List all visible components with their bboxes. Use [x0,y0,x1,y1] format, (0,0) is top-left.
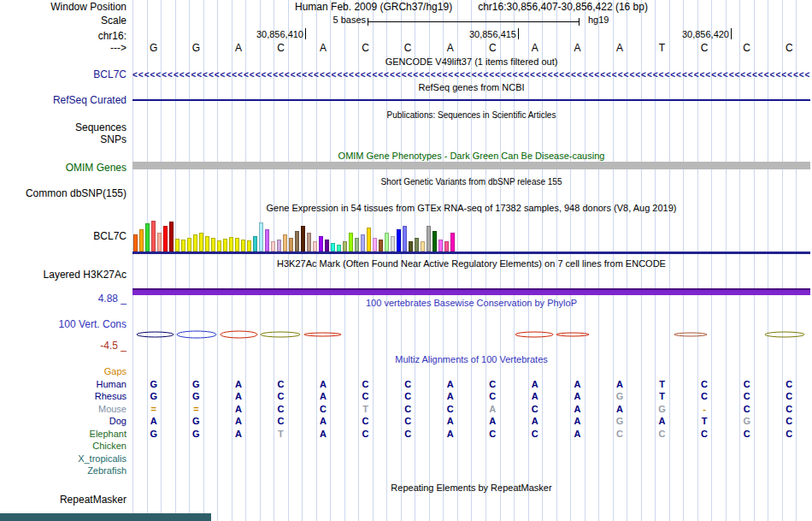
alignment-base: C [726,391,768,402]
gtex-expression-bar[interactable] [151,221,156,252]
species-label-mouse[interactable]: Mouse [0,404,127,415]
sequences-label[interactable]: Sequences [0,122,127,133]
gtex-expression-bar[interactable] [313,241,317,252]
coordinate-ruler[interactable]: 30,856,41030,856,41530,856,420 [0,28,812,40]
gencode-gene-label[interactable]: BCL7C [0,69,127,80]
alignment-row-mouse[interactable]: ==ACCTCCACAAG-CC [132,404,810,415]
gtex-expression-bar[interactable] [217,240,221,252]
gtex-expression-bar[interactable] [319,236,323,252]
vert-cons-label[interactable]: 100 Vert. Cons [0,319,127,330]
gtex-expression-bar[interactable] [403,226,407,252]
gtex-expression-bar[interactable] [211,238,215,252]
strand-label[interactable]: ---> [0,43,127,54]
gtex-expression-bar[interactable] [259,222,263,252]
gtex-expression-bar[interactable] [157,233,162,252]
alignment-base: G [598,416,641,427]
gtex-expression-bar[interactable] [450,233,455,252]
gtex-expression-bar[interactable] [283,234,287,252]
gtex-expression-bar[interactable] [247,240,251,252]
species-label-x_tropicalis[interactable]: X_tropicalis [0,453,127,465]
alignment-base: A [556,404,599,415]
snps-label[interactable]: SNPs [0,134,127,145]
gtex-gene-label[interactable]: BCL7C [0,231,127,242]
alignment-row-human[interactable]: GGACACCACAAATCCC [132,379,810,390]
gtex-expression-bar[interactable] [415,238,419,252]
gtex-expression-bar[interactable] [205,236,209,252]
gtex-expression-bar[interactable] [187,238,191,252]
gtex-expression-bar[interactable] [199,233,203,252]
alignment-row-elephant[interactable]: GGATACCACCACCCCC [132,429,810,440]
gencode-gene-arrows[interactable]: <<<<<<<<<<<<<<<<<<<<<<<<<<<<<<<<<<<<<<<<… [132,69,810,80]
gtex-expression-bar[interactable] [295,231,299,252]
gtex-expression-bar[interactable] [427,226,431,252]
gtex-expression-bar[interactable] [169,222,174,252]
gtex-expression-bar[interactable] [229,237,233,252]
species-label-zebrafish[interactable]: Zebrafish [0,465,127,477]
gtex-expression-bar[interactable] [181,240,185,252]
gtex-expression-bar[interactable] [133,234,138,252]
species-label-dog[interactable]: Dog [0,416,127,427]
gtex-expression-bar[interactable] [337,245,341,252]
species-label-gaps[interactable]: Gaps [0,366,127,377]
species-label-chicken[interactable]: Chicken [0,441,127,452]
gtex-expression-bar[interactable] [271,241,275,252]
alignment-base: A [472,404,515,415]
gtex-expression-bar[interactable] [223,239,227,252]
coordinate-tick [305,28,306,39]
gtex-expression-bar[interactable] [379,240,383,252]
gtex-expression-bar[interactable] [343,241,347,252]
gtex-expression-bar[interactable] [325,240,329,252]
refseq-curated-label[interactable]: RefSeq Curated [0,95,127,106]
gtex-expression-bar[interactable] [277,240,281,252]
gtex-expression-bar[interactable] [385,233,389,252]
alignment-base: C [726,379,768,390]
alignment-row-dog[interactable]: AGACACCAAAAGATGC [132,416,810,427]
gtex-expression-bar[interactable] [349,233,353,252]
repeatmasker-label[interactable]: RepeatMasker [0,494,127,506]
gtex-expression-bar[interactable] [397,229,401,252]
gtex-expression-bar[interactable] [301,226,305,252]
gtex-expression-bar[interactable] [444,241,449,252]
phylop-segment [765,332,804,337]
gtex-expression-bar[interactable] [373,238,377,252]
gtex-expression-bar[interactable] [438,240,443,252]
species-label-human[interactable]: Human [0,379,127,390]
gtex-expression-bar[interactable] [289,238,293,252]
gtex-expression-bar[interactable] [163,226,168,252]
common-dbsnp-label[interactable]: Common dbSNP(155) [0,188,127,199]
gtex-expression-bar[interactable] [432,231,437,252]
layered-h3k27ac-label[interactable]: Layered H3K27Ac [0,269,127,281]
gtex-expression-bar[interactable] [409,241,413,252]
gtex-expression-bar[interactable] [235,238,239,252]
bottom-resize-bar[interactable] [0,513,211,521]
phylop-wiggle[interactable] [132,323,810,348]
species-label-elephant[interactable]: Elephant [0,429,127,440]
species-label-rhesus[interactable]: Rhesus [0,391,127,402]
gtex-expression-bar[interactable] [139,229,144,252]
gtex-expression-bar[interactable] [175,239,179,252]
gtex-expression-bar[interactable] [307,233,311,252]
gtex-expression-bar[interactable] [331,243,335,252]
ruler-bases[interactable]: GGACACCACAAATCCC [132,42,810,54]
multiz-rows[interactable]: GGACACCACAAATCCCGGACACCACAAGTCCC==ACCTCC… [132,366,810,482]
gtex-expression-bar[interactable] [355,238,359,252]
gtex-expression-bar[interactable] [241,240,245,252]
gtex-expression-bar[interactable] [367,228,371,252]
alignment-row-rhesus[interactable]: GGACACCACAAGTCCC [132,391,810,402]
omim-gene-bar[interactable] [132,162,810,169]
gtex-expression-bar[interactable] [361,234,365,252]
gtex-expression-bar[interactable] [391,236,395,252]
gtex-expression-bar[interactable] [193,234,197,252]
h3k27ac-signal-bar[interactable] [132,288,810,295]
refseq-gene-line[interactable] [132,99,810,101]
alignment-base: C [386,429,429,440]
alignment-base: A [514,379,556,390]
gtex-bars[interactable] [133,217,455,252]
gtex-expression-bar[interactable] [253,236,257,252]
ruler-base: A [514,42,556,54]
omim-genes-label[interactable]: OMIM Genes [0,163,127,174]
gtex-expression-bar[interactable] [145,223,150,252]
ruler-base: C [344,42,387,54]
gtex-expression-bar[interactable] [265,229,269,252]
gtex-expression-bar[interactable] [421,241,425,252]
